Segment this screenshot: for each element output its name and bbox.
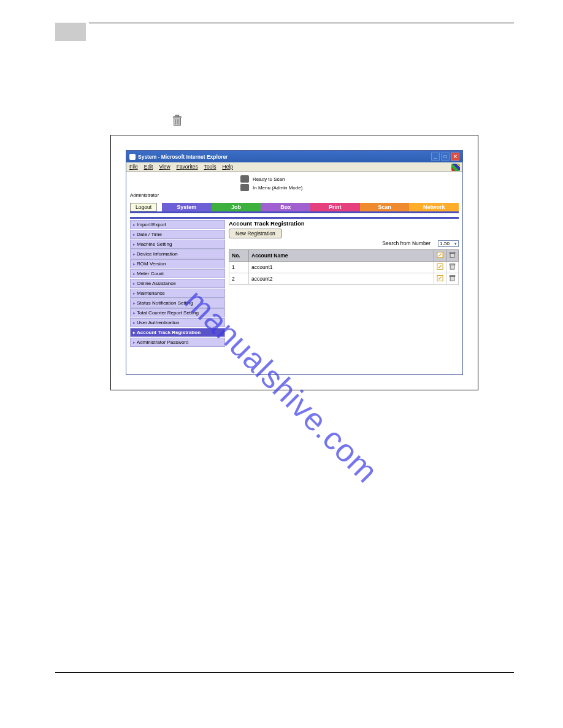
menu-help[interactable]: Help [222,164,232,170]
col-no: No. [229,250,249,262]
menu-tools[interactable]: Tools [204,164,216,170]
sidebar-item-admin-password[interactable]: Administrator Password [130,338,225,347]
sidebar-item-total-counter[interactable]: Total Counter Report Setting [130,308,225,317]
sidebar-item-machine-setting[interactable]: Machine Setting [130,240,225,249]
tab-box[interactable]: Box [261,203,310,211]
edit-icon[interactable] [434,262,446,273]
page-marker [55,23,86,41]
tab-network[interactable]: Network [409,203,459,211]
window-titlebar: System - Microsoft Internet Explorer _ □… [126,151,462,162]
menu-favorites[interactable]: Favorites [177,164,198,170]
menu-file[interactable]: File [129,164,138,170]
screenshot-frame: System - Microsoft Internet Explorer _ □… [110,135,478,390]
account-table: No. Account Name 1 [229,249,459,285]
maximize-button[interactable]: □ [441,153,450,161]
menu-edit[interactable]: Edit [144,164,153,170]
printer-icon [240,184,249,191]
chevron-down-icon: ▾ [454,241,457,246]
menu-view[interactable]: View [159,164,170,170]
top-rule [89,23,514,23]
admin-label: Administrator [130,192,459,198]
window-title: System - Microsoft Internet Explorer [138,154,430,160]
sidebar: Import/Export Date / Time Machine Settin… [130,220,225,371]
table-row: 1 account1 [229,262,459,273]
close-button[interactable]: ✕ [451,153,459,161]
trash-icon[interactable] [446,273,459,285]
new-registration-button[interactable]: New Registration [229,229,282,238]
panel-title: Account Track Registration [229,220,459,227]
sidebar-item-status-notification[interactable]: Status Notification Setting [130,298,225,308]
search-label: Search from Number [382,240,431,246]
sidebar-item-rom-version[interactable]: ROM Version [130,259,225,268]
table-row: 2 account2 [229,273,459,285]
trash-icon [172,114,183,130]
tab-job[interactable]: Job [212,203,261,211]
sidebar-item-account-track[interactable]: Account Track Registration [130,328,225,337]
status-mode: In Menu (Admin Mode) [253,185,302,191]
sidebar-item-meter-count[interactable]: Meter Count [130,269,225,278]
svg-rect-11 [450,264,455,265]
sidebar-item-user-auth[interactable]: User Authentication [130,318,225,327]
ie-icon [129,154,136,160]
svg-rect-14 [450,276,455,277]
sidebar-item-date-time[interactable]: Date / Time [130,230,225,239]
sidebar-item-device-information[interactable]: Device Information [130,249,225,259]
sidebar-item-online-assistance[interactable]: Online Assistance [130,279,225,288]
sidebar-item-maintenance[interactable]: Maintenance [130,289,225,298]
bottom-rule [55,672,514,673]
trash-icon[interactable] [446,262,459,273]
minimize-button[interactable]: _ [431,153,440,161]
search-number-select[interactable]: 1-50▾ [438,240,459,247]
tab-scan[interactable]: Scan [360,203,410,211]
windows-flag-icon [451,164,460,171]
tab-system[interactable]: System [162,203,212,211]
logout-button[interactable]: Logout [130,203,157,211]
col-delete[interactable] [446,250,459,262]
col-account-name: Account Name [249,250,434,262]
printer-icon [240,175,249,183]
edit-icon[interactable] [434,273,446,285]
col-edit[interactable] [434,250,446,262]
menubar: File Edit View Favorites Tools Help [126,162,462,172]
status-ready: Ready to Scan [253,176,285,182]
svg-rect-8 [450,252,455,254]
tab-print[interactable]: Print [310,203,360,211]
svg-rect-2 [175,115,178,116]
sidebar-item-import-export[interactable]: Import/Export [130,220,225,229]
